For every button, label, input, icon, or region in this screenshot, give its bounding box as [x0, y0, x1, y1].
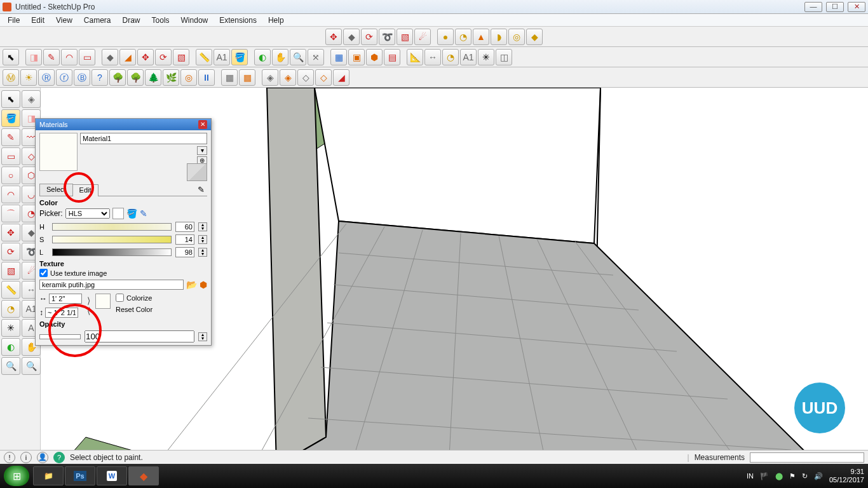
tape-icon[interactable]: 📏	[196, 49, 212, 65]
sandbox2-icon[interactable]: ▦	[239, 69, 255, 86]
sandbox1-icon[interactable]: ▦	[221, 69, 238, 86]
tray-updates-icon[interactable]: ↻	[802, 472, 808, 480]
materials-panel-close-icon[interactable]: ✕	[198, 120, 207, 129]
side-paint-icon[interactable]: 🪣	[1, 109, 20, 127]
material-menu-icon[interactable]: ▾	[197, 146, 207, 155]
eraser-tool-icon[interactable]: ◨	[25, 49, 42, 65]
geo-icon[interactable]: ▦	[330, 49, 347, 65]
side-zoomwin-icon[interactable]: 🔍	[22, 357, 41, 375]
taskbar-word-icon[interactable]: W	[97, 466, 127, 485]
text-icon[interactable]: A1	[214, 49, 230, 65]
torus-icon[interactable]: ◎	[508, 29, 525, 45]
solid3-icon[interactable]: ◇	[297, 69, 314, 86]
rotate-tool-icon[interactable]: ⟳	[361, 29, 377, 45]
colorize-row[interactable]: Colorize	[116, 294, 153, 302]
default-material-swatch[interactable]	[187, 163, 207, 181]
br-badge-icon[interactable]: Ⓑ	[74, 69, 90, 86]
move2-icon[interactable]: ✥	[137, 49, 154, 65]
side-arc1-icon[interactable]: ◠	[1, 186, 20, 203]
side-protractor-icon[interactable]: ◔	[1, 300, 20, 318]
tree2-icon[interactable]: 🌳	[127, 69, 144, 86]
maximize-button[interactable]: ☐	[826, 2, 844, 12]
menu-draw[interactable]: Draw	[118, 15, 146, 26]
line-tool-icon[interactable]: ✎	[43, 49, 60, 65]
s-value-input[interactable]	[175, 234, 194, 245]
side-rotate-icon[interactable]: ⟳	[1, 243, 20, 261]
scale2-icon[interactable]: ▧	[173, 49, 189, 65]
side-scale-icon[interactable]: ▧	[1, 262, 20, 280]
status-help-icon[interactable]: ?	[53, 452, 65, 463]
l-value-input[interactable]	[175, 247, 194, 257]
side-component-icon[interactable]: ◈	[22, 90, 41, 108]
opacity-spinner[interactable]: ▴▾	[198, 332, 207, 341]
axes-icon[interactable]: ✳	[478, 49, 494, 65]
menu-help[interactable]: Help	[263, 15, 289, 26]
texture-file-input[interactable]	[39, 280, 184, 290]
taskbar-photoshop-icon[interactable]: Ps	[65, 466, 95, 485]
scale-tool-icon[interactable]: ▧	[397, 29, 413, 45]
tray-action-icon[interactable]: ⚑	[789, 472, 796, 480]
tree1-icon[interactable]: 🌳	[109, 69, 126, 86]
pause-icon[interactable]: ⏸	[198, 69, 215, 86]
use-texture-checkbox-row[interactable]: Use texture image	[39, 269, 207, 277]
marker-icon[interactable]: ◔	[455, 29, 471, 45]
solid2-icon[interactable]: ◈	[280, 69, 296, 86]
m-badge-icon[interactable]: Ⓜ	[3, 69, 19, 86]
followme-tool-icon[interactable]: ➰	[379, 29, 395, 45]
h-value-input[interactable]	[175, 222, 194, 232]
menu-camera[interactable]: Camera	[79, 15, 116, 26]
paint-match-icon[interactable]: 🪣	[126, 209, 137, 218]
material-name-input[interactable]	[80, 133, 207, 144]
rt-badge-icon[interactable]: ⓡ	[56, 69, 72, 86]
offset-tool-icon[interactable]: ☄	[414, 29, 431, 45]
side-zoom-icon[interactable]: 🔍	[1, 357, 20, 375]
r-badge-icon[interactable]: Ⓡ	[38, 69, 55, 86]
bush-icon[interactable]: 🌲	[145, 69, 161, 86]
shape-icon[interactable]: ◆	[526, 29, 543, 45]
browse-texture-icon[interactable]: 📂	[186, 280, 197, 289]
tray-flag-icon[interactable]: 🏴	[760, 472, 769, 480]
rectangle-tool-icon[interactable]: ▭	[79, 49, 95, 65]
pushpull2-icon[interactable]: ◆	[102, 49, 118, 65]
side-select-icon[interactable]: ⬉	[1, 90, 20, 108]
rotate2-icon[interactable]: ⟳	[155, 49, 172, 65]
tray-lang[interactable]: IN	[747, 472, 754, 480]
status-geo-icon[interactable]: i	[20, 452, 32, 463]
l-spinner[interactable]: ▴▾	[198, 248, 207, 257]
side-tape-icon[interactable]: 📏	[1, 281, 20, 299]
layout-icon[interactable]: ▤	[384, 49, 400, 65]
select-tool-icon[interactable]: ⬉	[3, 49, 19, 65]
zoom-extents-icon[interactable]: ⤧	[308, 49, 324, 65]
measurements-input[interactable]	[750, 452, 864, 463]
side-rect-icon[interactable]: ▭	[1, 147, 20, 165]
s-slider[interactable]	[52, 236, 172, 243]
color-chip[interactable]	[112, 208, 124, 219]
menu-window[interactable]: Window	[176, 15, 214, 26]
texture-width-input[interactable]	[49, 294, 82, 304]
side-axes-icon[interactable]: ✳	[1, 319, 20, 337]
pushpull-tool-icon[interactable]: ◆	[343, 29, 360, 45]
text2-icon[interactable]: A1	[460, 49, 477, 65]
minimize-button[interactable]: —	[804, 2, 822, 12]
side-arc3-icon[interactable]: ⌒	[1, 205, 20, 222]
solid4-icon[interactable]: ◇	[315, 69, 332, 86]
taskbar-sketchup-icon[interactable]: ◆	[128, 466, 159, 485]
h-slider[interactable]	[52, 223, 172, 231]
tray-clock[interactable]: 9:31 05/12/2017	[829, 468, 864, 484]
side-orbit-icon[interactable]: ◐	[1, 338, 20, 356]
menu-view[interactable]: View	[51, 15, 78, 26]
reset-color-button[interactable]: Reset Color	[116, 306, 153, 313]
side-move-icon[interactable]: ✥	[1, 224, 20, 241]
grass-icon[interactable]: 🌿	[163, 69, 179, 86]
solid5-icon[interactable]: ◢	[333, 69, 349, 86]
pan-icon[interactable]: ✋	[272, 49, 288, 65]
h-spinner[interactable]: ▴▾	[198, 222, 207, 231]
edit-texture-icon[interactable]: ⬢	[200, 280, 207, 289]
colorize-checkbox[interactable]	[116, 294, 124, 302]
move-tool-icon[interactable]: ✥	[325, 29, 342, 45]
use-texture-checkbox[interactable]	[39, 269, 48, 277]
close-button[interactable]: ✕	[848, 2, 865, 12]
eyedropper2-icon[interactable]: ✎	[140, 209, 147, 218]
orbit-icon[interactable]: ◐	[254, 49, 271, 65]
help-badge-icon[interactable]: ?	[92, 69, 108, 86]
